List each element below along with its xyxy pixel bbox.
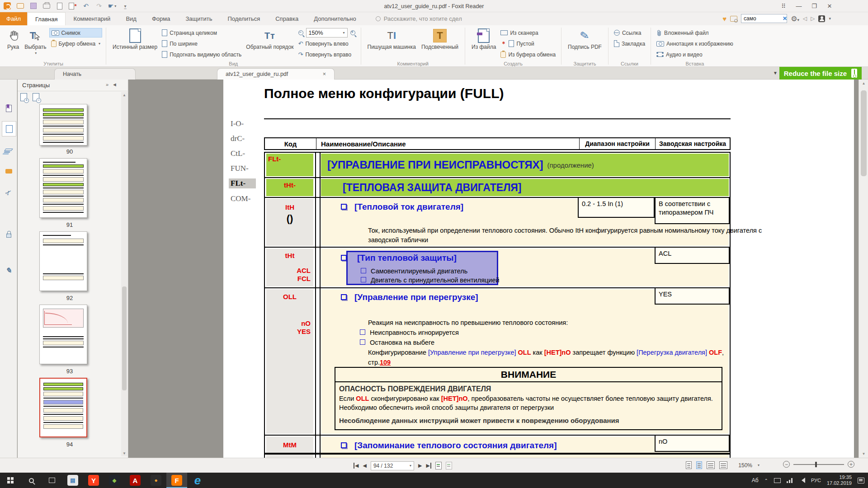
foxit-reader-icon[interactable]: F bbox=[166, 473, 187, 488]
customize-toolbar-icon[interactable]: ▾̲ bbox=[121, 1, 130, 10]
scroll-down-icon[interactable]: ▼ bbox=[859, 452, 868, 456]
tab-close-icon[interactable]: × bbox=[323, 71, 326, 77]
security-panel-icon[interactable] bbox=[3, 229, 14, 239]
document-scrollbar[interactable]: ▲ ▼ bbox=[859, 80, 868, 458]
favorite-icon[interactable]: ♥ bbox=[722, 15, 726, 23]
reduce-file-size-button[interactable]: Reduce the file size bbox=[779, 67, 862, 80]
select-tool-button[interactable]: T Выбрать ▾ bbox=[22, 27, 49, 57]
tab-share[interactable]: Поделиться bbox=[220, 12, 268, 25]
single-page-layout-icon[interactable] bbox=[686, 461, 692, 469]
gear-icon[interactable]: ⚙▾ bbox=[791, 14, 799, 23]
search-folder-icon[interactable] bbox=[730, 16, 737, 22]
acrobat-icon[interactable]: A bbox=[125, 473, 146, 488]
find-next-icon[interactable]: ▷ bbox=[811, 15, 815, 22]
taskbar-clock[interactable]: 19:35 17.02.2019 bbox=[827, 474, 852, 486]
tab-comment[interactable]: Комментарий bbox=[66, 12, 118, 25]
panel-expand-icon[interactable]: » bbox=[106, 82, 108, 87]
redo-icon[interactable]: ↷ bbox=[94, 1, 104, 10]
hand-tool-dropdown-icon[interactable]: ☛▾ bbox=[108, 1, 117, 10]
tab-form[interactable]: Форма bbox=[144, 12, 178, 25]
attachments-panel-icon[interactable]: ✃ bbox=[3, 187, 14, 198]
edge-icon[interactable]: e bbox=[187, 473, 208, 488]
clear-search-icon[interactable]: ✕ bbox=[783, 15, 787, 22]
image-annotation-button[interactable]: Аннотация к изображению bbox=[655, 39, 735, 48]
attach-file-button[interactable]: Вложенный файл bbox=[655, 28, 735, 38]
previous-page-icon[interactable]: ◀ bbox=[363, 463, 366, 469]
tab-document[interactable]: atv12_user_guide_ru.pdf × bbox=[217, 68, 335, 80]
foxit-logo-icon[interactable] bbox=[3, 1, 12, 10]
from-scanner-button[interactable]: Из сканера bbox=[499, 28, 557, 38]
rotate-left-button[interactable]: ↶ Повернуть влево bbox=[297, 39, 357, 48]
fit-width-button[interactable]: По ширине bbox=[160, 39, 243, 48]
taskbar-search-icon[interactable] bbox=[21, 473, 42, 488]
last-page-icon[interactable]: ▶ bbox=[426, 463, 431, 469]
save-icon[interactable] bbox=[29, 1, 38, 10]
app-icon-1[interactable]: ▤ bbox=[62, 473, 83, 488]
fit-visible-button[interactable]: Подогнать видимую область bbox=[160, 50, 243, 59]
tab-protect[interactable]: Защитить bbox=[178, 12, 220, 25]
clipboard-button[interactable]: Буфер обмена▾ bbox=[49, 39, 103, 48]
enlarge-thumbnails-icon[interactable] bbox=[20, 93, 27, 101]
typewriter-button[interactable]: TI Пишущая машинка bbox=[365, 27, 419, 51]
zoom-in-icon[interactable]: + bbox=[848, 461, 854, 468]
thumbnail-page-94[interactable] bbox=[39, 378, 87, 437]
panel-collapse-icon[interactable]: ◄ bbox=[112, 82, 117, 87]
open-file-icon[interactable] bbox=[16, 1, 25, 10]
zoom-out-icon[interactable]: − bbox=[783, 461, 790, 468]
layout-grid-icon[interactable]: ⠿ bbox=[779, 2, 788, 10]
layers-panel-icon[interactable] bbox=[3, 144, 14, 155]
yandex-browser-icon[interactable]: Y bbox=[83, 473, 104, 488]
action-center-icon[interactable] bbox=[858, 478, 864, 483]
zoom-out-icon[interactable]: − bbox=[298, 30, 303, 35]
thumbnail-page-93[interactable] bbox=[39, 305, 87, 364]
thumbnail-page-91[interactable] bbox=[39, 158, 87, 218]
app-icon-3[interactable]: ● bbox=[146, 473, 166, 488]
zoom-level-combobox[interactable]: 150%▾ bbox=[306, 28, 348, 38]
link-button[interactable]: Ссылка bbox=[612, 28, 647, 38]
tab-view[interactable]: Вид bbox=[118, 12, 144, 25]
scroll-up-icon[interactable]: ▲ bbox=[859, 81, 868, 85]
comments-panel-icon[interactable] bbox=[3, 166, 14, 177]
snapshot-button[interactable]: Снимок bbox=[49, 28, 103, 38]
network-icon[interactable] bbox=[787, 478, 793, 483]
input-indicator[interactable]: Аб bbox=[752, 477, 759, 483]
close-icon[interactable]: ✕ bbox=[826, 2, 834, 10]
hidden-icons-chevron[interactable]: ⌃ bbox=[764, 478, 768, 483]
language-indicator[interactable]: РУС bbox=[811, 478, 821, 483]
tab-help[interactable]: Справка bbox=[268, 12, 306, 25]
tab-start-page[interactable]: Начать bbox=[54, 68, 136, 80]
display-icon[interactable] bbox=[774, 478, 781, 483]
zoom-dropdown-icon[interactable]: ▾ bbox=[758, 463, 760, 467]
zoom-slider-handle[interactable] bbox=[815, 462, 817, 467]
fit-page-button[interactable]: Страница целиком bbox=[160, 28, 243, 38]
tab-list-dropdown-icon[interactable]: ▼ bbox=[773, 70, 778, 75]
account-dropdown-icon[interactable]: ▾ bbox=[829, 16, 831, 21]
scroll-down-icon[interactable]: ▼ bbox=[121, 451, 127, 455]
new-document-icon[interactable]: * bbox=[68, 1, 77, 10]
panel-scrollbar[interactable]: ▲ ▼ bbox=[121, 92, 127, 456]
first-page-icon[interactable]: ◀ bbox=[354, 463, 359, 469]
start-button[interactable] bbox=[0, 473, 21, 488]
task-view-icon[interactable] bbox=[42, 473, 62, 488]
document-viewport[interactable]: Полное меню конфигурации (FULL) I-O- drC… bbox=[129, 80, 859, 458]
from-file-button[interactable]: Из файла bbox=[469, 27, 499, 51]
minimize-icon[interactable]: — bbox=[795, 2, 803, 10]
print-icon[interactable] bbox=[42, 1, 51, 10]
volume-icon[interactable] bbox=[799, 478, 805, 483]
undo-icon[interactable]: ↶ bbox=[81, 1, 90, 10]
app-icon-2[interactable]: ◆ bbox=[104, 473, 125, 488]
from-clipboard-button[interactable]: Из буфера обмена bbox=[499, 50, 557, 59]
next-view-icon[interactable] bbox=[446, 462, 452, 469]
scroll-up-icon[interactable]: ▲ bbox=[121, 93, 127, 97]
page-number-combobox[interactable]: 94 / 132▾ bbox=[371, 461, 414, 470]
tab-file[interactable]: Файл bbox=[0, 12, 27, 25]
hand-tool-button[interactable]: Рука bbox=[5, 27, 22, 51]
thumbnail-page-90[interactable] bbox=[39, 104, 87, 145]
pages-panel-icon[interactable] bbox=[2, 121, 16, 136]
zoom-in-icon[interactable]: + bbox=[350, 30, 355, 35]
tell-me-box[interactable]: Расскажите, что хотите сдел bbox=[364, 12, 462, 25]
signature-panel-icon[interactable]: ✎ bbox=[3, 265, 14, 276]
continuous-layout-icon[interactable] bbox=[696, 461, 702, 469]
account-avatar[interactable] bbox=[818, 15, 825, 22]
bookmark-button[interactable]: Закладка bbox=[612, 39, 647, 48]
